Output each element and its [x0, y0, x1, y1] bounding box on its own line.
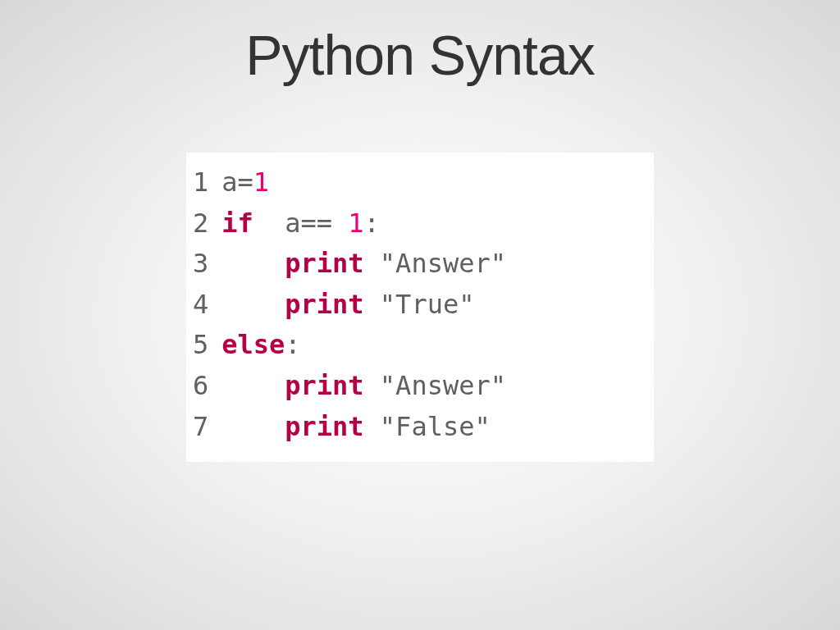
code-token: print	[285, 370, 363, 401]
code-line: 7 print "False"	[193, 407, 647, 448]
code-token: print	[285, 248, 363, 279]
code-token: print	[285, 289, 363, 320]
code-token	[221, 248, 285, 279]
line-number: 5	[193, 325, 221, 366]
code-token: a	[253, 208, 301, 239]
line-number: 2	[193, 203, 221, 244]
line-number: 7	[193, 407, 221, 448]
code-token: "Answer"	[364, 248, 506, 279]
code-token: print	[285, 411, 363, 442]
code-token: :	[285, 329, 300, 360]
code-line: 1 a=1	[193, 162, 647, 203]
line-number: 6	[193, 366, 221, 407]
code-token: =	[237, 167, 253, 198]
code-token	[221, 370, 285, 401]
code-block: 1 a=12 if a== 1:3 print "Answer"4 print …	[186, 153, 654, 462]
code-token: if	[221, 208, 253, 239]
code-token: else	[221, 329, 285, 360]
code-line: 4 print "True"	[193, 285, 647, 326]
code-line: 2 if a== 1:	[193, 203, 647, 244]
code-token: 1	[332, 208, 364, 239]
code-line: 6 print "Answer"	[193, 366, 647, 407]
code-token: "Answer"	[364, 370, 506, 401]
code-token: "True"	[364, 289, 475, 320]
code-token: "False"	[364, 411, 491, 442]
slide-title: Python Syntax	[0, 0, 840, 87]
code-token: ==	[301, 208, 333, 239]
line-number: 1	[193, 162, 221, 203]
code-token	[221, 411, 285, 442]
code-token	[221, 289, 285, 320]
code-token: a	[221, 167, 237, 198]
code-line: 3 print "Answer"	[193, 244, 647, 285]
code-token: :	[364, 208, 380, 239]
line-number: 3	[193, 244, 221, 285]
code-token: 1	[253, 167, 269, 198]
code-line: 5 else:	[193, 325, 647, 366]
line-number: 4	[193, 285, 221, 326]
